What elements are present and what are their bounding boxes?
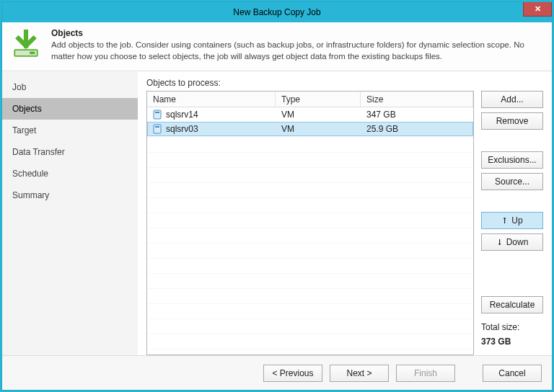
svg-rect-3 bbox=[155, 112, 159, 113]
vm-icon bbox=[153, 124, 162, 134]
table-row[interactable]: sqlsrv03 VM 25.9 GB bbox=[147, 122, 473, 136]
nav-item-data-transfer[interactable]: Data Transfer bbox=[2, 141, 138, 163]
recalculate-button[interactable]: Recalculate bbox=[481, 296, 543, 313]
total-size-label: Total size: bbox=[481, 322, 543, 332]
down-button[interactable]: 🠗 Down bbox=[481, 233, 543, 251]
grid-header: Name Type Size bbox=[147, 92, 473, 107]
wizard-nav: Job Objects Target Data Transfer Schedul… bbox=[2, 72, 138, 355]
spacer bbox=[481, 255, 543, 292]
add-button[interactable]: Add... bbox=[481, 91, 543, 108]
side-buttons: Add... Remove Exclusions... Source... 🠕 … bbox=[481, 78, 543, 355]
close-button[interactable]: ✕ bbox=[523, 2, 552, 17]
table-row[interactable]: sqlsrv14 VM 347 GB bbox=[147, 107, 473, 122]
column-header-type[interactable]: Type bbox=[276, 92, 361, 107]
dialog-window: New Backup Copy Job ✕ Objects Add object… bbox=[1, 1, 553, 391]
nav-item-objects[interactable]: Objects bbox=[2, 98, 138, 120]
close-icon: ✕ bbox=[535, 4, 541, 14]
nav-item-summary[interactable]: Summary bbox=[2, 184, 138, 206]
cell-name: sqlsrv03 bbox=[147, 124, 276, 134]
cell-name-text: sqlsrv14 bbox=[166, 110, 198, 120]
remove-button[interactable]: Remove bbox=[481, 112, 543, 130]
down-button-label: Down bbox=[506, 237, 529, 247]
cell-name-text: sqlsrv03 bbox=[166, 124, 198, 134]
spacer bbox=[481, 134, 543, 147]
wizard-header: Objects Add objects to the job. Consider… bbox=[2, 22, 552, 71]
vm-icon bbox=[153, 110, 162, 120]
wizard-step-description: Add objects to the job. Consider using c… bbox=[51, 40, 543, 62]
up-button[interactable]: 🠕 Up bbox=[481, 212, 543, 229]
objects-icon bbox=[11, 30, 41, 60]
main-panel: Objects to process: Name Type Size bbox=[138, 72, 552, 355]
center-column: Objects to process: Name Type Size bbox=[146, 78, 474, 355]
svg-rect-5 bbox=[155, 126, 159, 128]
spacer bbox=[481, 195, 543, 208]
up-button-label: Up bbox=[511, 215, 522, 226]
nav-item-target[interactable]: Target bbox=[2, 120, 138, 141]
wizard-header-text: Objects Add objects to the job. Consider… bbox=[51, 28, 543, 62]
svg-rect-1 bbox=[30, 52, 35, 55]
arrow-up-icon: 🠕 bbox=[501, 217, 509, 225]
column-header-size[interactable]: Size bbox=[361, 92, 473, 107]
titlebar: New Backup Copy Job ✕ bbox=[2, 2, 552, 22]
cell-type: VM bbox=[276, 110, 361, 120]
svg-rect-4 bbox=[154, 125, 161, 133]
grid-rows: sqlsrv14 VM 347 GB sqlsrv03 VM bbox=[147, 107, 473, 136]
column-header-name[interactable]: Name bbox=[147, 92, 276, 107]
exclusions-button[interactable]: Exclusions... bbox=[481, 151, 543, 169]
cell-name: sqlsrv14 bbox=[147, 110, 276, 120]
grid-stripes bbox=[147, 107, 473, 355]
window-title: New Backup Copy Job bbox=[233, 7, 320, 17]
total-size-value: 373 GB bbox=[481, 337, 543, 347]
wizard-footer: < Previous Next > Finish Cancel bbox=[2, 355, 552, 390]
cell-size: 25.9 GB bbox=[361, 124, 473, 134]
grid-body: sqlsrv14 VM 347 GB sqlsrv03 VM bbox=[147, 107, 473, 355]
cell-type: VM bbox=[276, 124, 361, 134]
arrow-down-icon: 🠗 bbox=[496, 239, 504, 246]
objects-grid: Name Type Size sqlsrv14 VM bbox=[146, 91, 474, 355]
previous-button[interactable]: < Previous bbox=[263, 365, 322, 382]
next-button[interactable]: Next > bbox=[330, 365, 389, 382]
nav-item-job[interactable]: Job bbox=[2, 76, 138, 98]
spacer bbox=[481, 351, 543, 355]
wizard-body: Job Objects Target Data Transfer Schedul… bbox=[2, 71, 552, 355]
svg-rect-2 bbox=[154, 110, 161, 119]
nav-item-schedule[interactable]: Schedule bbox=[2, 163, 138, 184]
cancel-button[interactable]: Cancel bbox=[483, 365, 542, 382]
cell-size: 347 GB bbox=[361, 110, 473, 120]
source-button[interactable]: Source... bbox=[481, 173, 543, 190]
finish-button[interactable]: Finish bbox=[396, 365, 455, 382]
objects-label: Objects to process: bbox=[146, 78, 474, 88]
wizard-step-title: Objects bbox=[51, 28, 543, 38]
